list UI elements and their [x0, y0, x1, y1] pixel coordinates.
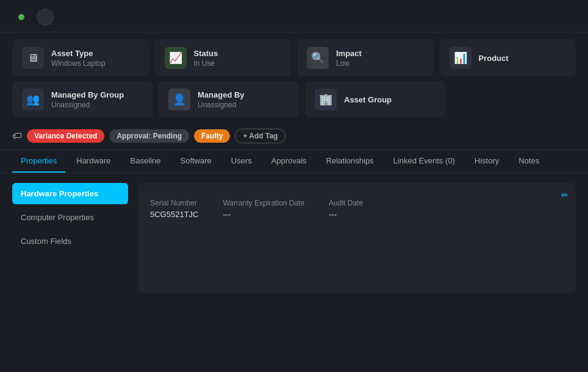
- info-card-0[interactable]: 🖥 Asset Type Windows Laptop: [12, 40, 149, 76]
- info-cards-row1: 🖥 Asset Type Windows Laptop 📈 Status In …: [0, 32, 588, 81]
- field-0: Serial Number 5CG5521TJC: [150, 199, 198, 219]
- badge-2[interactable]: Faulty: [194, 129, 230, 143]
- tab-hardware[interactable]: Hardware: [68, 150, 119, 173]
- card-label: Status: [194, 49, 218, 58]
- info-card-row2-2[interactable]: 🏢 Asset Group: [305, 81, 445, 118]
- badge-1[interactable]: Approval: Pending: [109, 129, 189, 143]
- sidebar: Hardware PropertiesComputer PropertiesCu…: [12, 183, 128, 293]
- field-label: Serial Number: [150, 199, 198, 207]
- field-value: ---: [223, 210, 304, 219]
- status-indicator: [18, 14, 24, 20]
- field-value: ---: [329, 210, 363, 219]
- tag-icon: 🏷: [12, 131, 22, 141]
- tab-approvals[interactable]: Approvals: [263, 150, 315, 173]
- info-card-row2-1[interactable]: 👤 Managed By Unassigned: [159, 81, 299, 118]
- badge-3[interactable]: + Add Tag: [235, 129, 285, 143]
- info-card-2[interactable]: 🔍 Impact Low: [297, 40, 434, 76]
- field-label: Warranty Expiration Date: [223, 199, 304, 207]
- header: [0, 0, 588, 32]
- main-content: Hardware PropertiesComputer PropertiesCu…: [0, 173, 588, 302]
- card-label: Managed By: [198, 90, 245, 99]
- fields-row: Serial Number 5CG5521TJC Warranty Expira…: [150, 199, 564, 219]
- tab-properties[interactable]: Properties: [12, 150, 65, 173]
- tags-row: 🏷 Variance DetectedApproval: PendingFaul…: [0, 123, 588, 150]
- card-icon: 👤: [168, 88, 190, 110]
- card-value: In Use: [194, 59, 218, 68]
- card-icon: 📈: [165, 47, 187, 69]
- card-icon: 🔍: [307, 47, 329, 69]
- tab-history[interactable]: History: [466, 150, 507, 173]
- field-2: Audit Date ---: [329, 199, 363, 219]
- tab-software[interactable]: Software: [171, 150, 220, 173]
- info-cards-row2: 👥 Managed By Group Unassigned 👤 Managed …: [0, 81, 588, 123]
- card-value: Unassigned: [198, 101, 245, 109]
- sidebar-item-1[interactable]: Computer Properties: [12, 207, 128, 228]
- card-label: Managed By Group: [51, 90, 124, 99]
- field-1: Warranty Expiration Date ---: [223, 199, 304, 219]
- card-icon: 🏢: [315, 88, 337, 110]
- details-panel: ✏ Serial Number 5CG5521TJC Warranty Expi…: [138, 183, 576, 293]
- tabs-row: PropertiesHardwareBaselineSoftwareUsersA…: [0, 150, 588, 173]
- tab-linked-events-0[interactable]: Linked Events (0): [385, 150, 464, 173]
- card-value: Windows Laptop: [51, 59, 106, 68]
- card-label: Asset Group: [344, 95, 392, 104]
- card-label: Asset Type: [51, 49, 106, 58]
- card-icon: 🖥: [22, 47, 44, 69]
- tab-baseline[interactable]: Baseline: [122, 150, 170, 173]
- tab-relationships[interactable]: Relationships: [318, 150, 382, 173]
- tab-users[interactable]: Users: [223, 150, 260, 173]
- info-card-row2-0[interactable]: 👥 Managed By Group Unassigned: [12, 81, 152, 118]
- card-icon: 📊: [450, 47, 471, 69]
- card-icon: 👥: [22, 88, 44, 110]
- tab-notes[interactable]: Notes: [510, 150, 548, 173]
- card-value: Low: [336, 59, 362, 68]
- badge-0[interactable]: Variance Detected: [27, 129, 104, 143]
- field-value: 5CG5521TJC: [150, 210, 198, 219]
- card-value: Unassigned: [51, 101, 124, 109]
- field-label: Audit Date: [329, 199, 363, 207]
- info-card-3[interactable]: 📊 Product: [440, 40, 576, 76]
- sidebar-item-2[interactable]: Custom Fields: [12, 231, 128, 252]
- card-label: Product: [479, 54, 509, 63]
- info-card-1[interactable]: 📈 Status In Use: [155, 40, 292, 76]
- panel-edit-button[interactable]: ✏: [561, 190, 568, 200]
- sidebar-item-0[interactable]: Hardware Properties: [12, 183, 128, 204]
- header-edit-button[interactable]: [37, 9, 54, 26]
- card-label: Impact: [336, 49, 362, 58]
